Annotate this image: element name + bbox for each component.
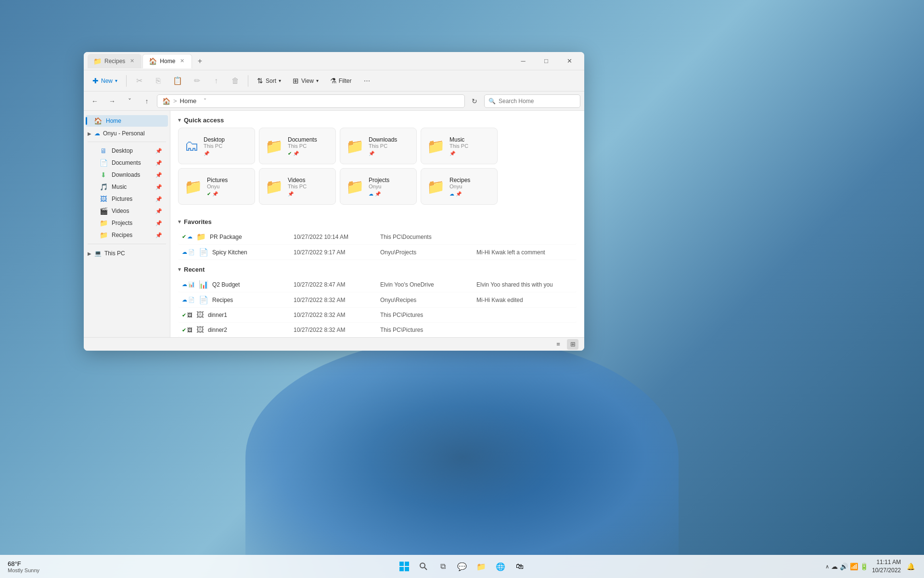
new-dropdown-icon: ▾ (115, 78, 117, 83)
folder-card-downloads[interactable]: 📁 Downloads This PC 📌 (340, 128, 417, 164)
search-icon: 🔍 (488, 98, 496, 105)
new-button[interactable]: ✚ New ▾ (88, 74, 122, 88)
folder-pictures-pin-badge: 📌 (212, 191, 218, 197)
folder-card-pictures[interactable]: 📁 Pictures Onyu ✔ 📌 (178, 168, 255, 205)
folder-card-music[interactable]: 📁 Music This PC 📌 (421, 128, 498, 164)
spicy-kitchen-type-icon: 📄 (199, 248, 208, 257)
up-button[interactable]: ↑ (140, 94, 154, 108)
search-box[interactable]: 🔍 (484, 94, 580, 108)
folder-projects-info: Projects Onyu ☁ 📌 (369, 177, 389, 197)
folder-documents-pin-badge: 📌 (293, 151, 299, 156)
sidebar-music-icon: 🎵 (99, 183, 108, 191)
sidebar-thispc-group[interactable]: ▶ 💻 This PC (84, 247, 170, 259)
folder-card-projects[interactable]: 📁 Projects Onyu ☁ 📌 (340, 168, 417, 205)
store-button[interactable]: 🛍 (511, 558, 528, 575)
sidebar-projects-pin: 📌 (155, 220, 162, 226)
sidebar-item-recipes[interactable]: 📁 Recipes 📌 (86, 229, 168, 241)
refresh-button[interactable]: ↻ (468, 94, 481, 108)
tab-recipes-close[interactable]: ✕ (128, 57, 136, 65)
sidebar-item-home[interactable]: 🏠 Home (86, 115, 168, 127)
recipes-status: ☁ 📄 (182, 297, 195, 303)
taskbar-clock[interactable]: 11:11 AM 10/27/2022 (872, 558, 901, 575)
view-button[interactable]: ⊞ View ▾ (288, 74, 323, 88)
network-icon[interactable]: 📶 (850, 563, 858, 570)
tray-expand-icon[interactable]: ∧ (825, 564, 829, 570)
taskbar: 68°F Mostly Sunny ⧉ 💬 📁 (0, 555, 924, 578)
address-input[interactable]: 🏠 > Home ˅ (157, 94, 465, 108)
spicy-kitchen-cloud-icon: ☁ (182, 249, 187, 255)
close-button[interactable]: ✕ (558, 54, 580, 68)
folder-card-videos[interactable]: 📁 Videos This PC 📌 (259, 168, 336, 205)
folder-recipes-name: Recipes (449, 177, 470, 184)
folder-card-desktop[interactable]: 🗂 Desktop This PC 📌 (178, 128, 255, 164)
favorites-header[interactable]: ▾ Favorites (170, 212, 584, 229)
delete-button[interactable]: 🗑 (227, 73, 244, 89)
spicy-kitchen-name-cell: ☁ 📄 📄 Spicy Kitchen (182, 248, 294, 257)
spicy-kitchen-date: 10/27/2022 9:17 AM (294, 249, 380, 256)
sidebar-item-documents[interactable]: 📄 Documents 📌 (86, 157, 168, 169)
tab-new-button[interactable]: + (193, 54, 206, 68)
file-row-recipes[interactable]: ☁ 📄 📄 Recipes 10/27/2022 8:32 AM Onyu\Re… (178, 292, 577, 308)
folder-desktop-pin-badge: 📌 (204, 151, 225, 156)
filter-button[interactable]: ⚗ Filter (325, 74, 357, 88)
rename-button[interactable]: ✏ (188, 73, 205, 89)
list-view-button[interactable]: ≡ (552, 339, 564, 350)
folder-card-documents[interactable]: 📁 Documents This PC ✔ 📌 (259, 128, 336, 164)
sidebar-item-projects[interactable]: 📁 Projects 📌 (86, 217, 168, 229)
sort-button[interactable]: ⇅ Sort ▾ (252, 74, 286, 88)
sidebar-onedrive-group[interactable]: ▶ ☁ Onyu - Personal (84, 127, 170, 139)
toolbar-separator-2 (248, 75, 248, 87)
sidebar-item-downloads[interactable]: ⬇ Downloads 📌 (86, 169, 168, 181)
speaker-icon[interactable]: 🔊 (840, 563, 848, 570)
notification-button[interactable]: 🔔 (905, 561, 916, 572)
address-chevron[interactable]: ˅ (199, 94, 211, 108)
start-button[interactable] (396, 558, 413, 575)
battery-icon[interactable]: 🔋 (860, 563, 868, 570)
taskbar-weather[interactable]: 68°F Mostly Sunny (8, 560, 39, 573)
system-tray[interactable]: ∧ ☁ 🔊 📶 🔋 (825, 563, 868, 570)
sidebar-item-pictures[interactable]: 🖼 Pictures 📌 (86, 193, 168, 205)
copy-button[interactable]: ⎘ (150, 73, 167, 89)
edge-button[interactable]: 🌐 (492, 558, 509, 575)
minimize-button[interactable]: ─ (512, 54, 534, 68)
share-button[interactable]: ↑ (207, 73, 225, 89)
search-input[interactable] (499, 98, 576, 105)
chat-button[interactable]: 💬 (453, 558, 471, 575)
quick-access-header[interactable]: ▾ Quick access (170, 111, 584, 128)
grid-view-button[interactable]: ⊞ (567, 339, 578, 350)
spicy-kitchen-activity: Mi-Hi Kwak left a comment (476, 249, 573, 256)
search-taskbar-button[interactable] (415, 558, 432, 575)
paste-button[interactable]: 📋 (169, 73, 186, 89)
dropdown-button[interactable]: ˅ (122, 94, 137, 108)
more-button[interactable]: ··· (359, 73, 376, 89)
spicy-kitchen-doc-icon: 📄 (188, 249, 195, 255)
recent-header[interactable]: ▾ Recent (170, 260, 584, 277)
sidebar-item-desktop[interactable]: 🖥 Desktop 📌 (86, 145, 168, 157)
file-row-dinner1[interactable]: ✔ 🖼 🖼 dinner1 10/27/2022 8:32 AM This PC… (178, 308, 577, 323)
sidebar-item-music[interactable]: 🎵 Music 📌 (86, 181, 168, 193)
file-row-pr-package[interactable]: ✔ ☁ 📁 PR Package 10/27/2022 10:14 AM Thi… (178, 229, 577, 245)
file-row-spicy-kitchen[interactable]: ☁ 📄 📄 Spicy Kitchen 10/27/2022 9:17 AM O… (178, 245, 577, 260)
folder-card-recipes[interactable]: 📁 Recipes Onyu ☁ 📌 (421, 168, 498, 205)
onedrive-tray-icon[interactable]: ☁ (831, 563, 838, 570)
dinner2-img-icon: 🖼 (187, 327, 192, 333)
taskview-button[interactable]: ⧉ (434, 558, 451, 575)
sidebar-pictures-label: Pictures (112, 196, 152, 202)
maximize-button[interactable]: □ (535, 54, 557, 68)
explorer-taskbar-button[interactable]: 📁 (473, 558, 490, 575)
forward-button[interactable]: → (105, 94, 119, 108)
dinner2-date: 10/27/2022 8:32 AM (294, 327, 380, 333)
file-row-dinner2[interactable]: ✔ 🖼 🖼 dinner2 10/27/2022 8:32 AM This PC… (178, 323, 577, 337)
tab-recipes[interactable]: 📁 Recipes ✕ (88, 54, 141, 68)
sidebar-home-icon: 🏠 (93, 117, 102, 125)
back-button[interactable]: ← (88, 94, 102, 108)
tab-home[interactable]: 🏠 Home ✕ (142, 54, 192, 68)
tab-home-close[interactable]: ✕ (178, 57, 186, 65)
file-row-q2-budget[interactable]: ☁ 📊 📊 Q2 Budget 10/27/2022 8:47 AM Elvin… (178, 277, 577, 292)
cut-button[interactable]: ✂ (130, 73, 148, 89)
svg-rect-0 (399, 562, 404, 566)
time-display: 11:11 AM (872, 558, 901, 566)
q2-budget-name-cell: ☁ 📊 📊 Q2 Budget (182, 280, 294, 289)
sidebar-item-videos[interactable]: 🎬 Videos 📌 (86, 205, 168, 217)
q2-budget-date: 10/27/2022 8:47 AM (294, 281, 380, 288)
